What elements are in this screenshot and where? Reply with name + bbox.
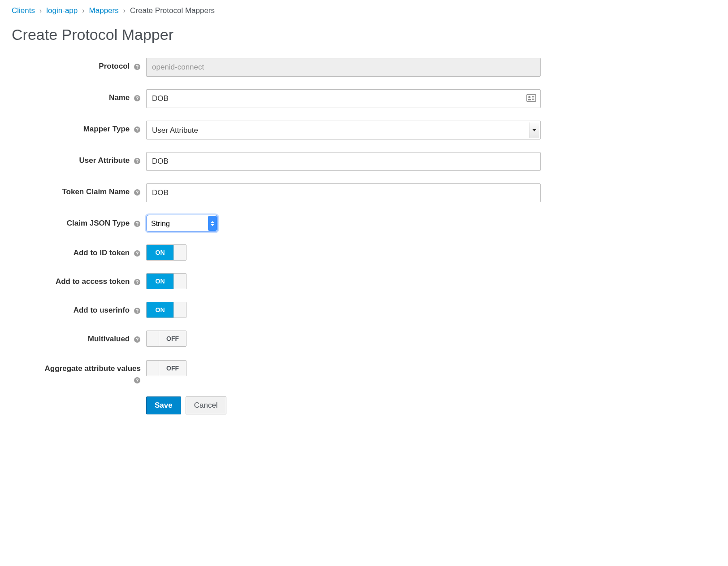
label-user-attribute: User Attribute ?	[12, 152, 146, 165]
help-icon[interactable]: ?	[134, 250, 141, 257]
svg-text:?: ?	[136, 378, 139, 383]
row-name: Name ?	[12, 89, 716, 108]
svg-text:?: ?	[136, 158, 139, 164]
label-name: Name ?	[12, 89, 146, 103]
save-button[interactable]: Save	[146, 396, 181, 414]
claim-json-type-select[interactable]: String	[146, 215, 218, 232]
label-add-to-id-token: Add to ID token ?	[12, 244, 146, 258]
chevron-right-icon: ›	[123, 7, 126, 15]
svg-text:?: ?	[136, 221, 139, 226]
name-input[interactable]	[146, 89, 541, 108]
add-to-id-token-toggle[interactable]: ON OFF	[146, 244, 186, 261]
multivalued-toggle[interactable]: ON OFF	[146, 331, 186, 347]
row-add-to-id-token: Add to ID token ? ON OFF	[12, 244, 716, 261]
chevron-right-icon: ›	[82, 7, 84, 15]
help-icon[interactable]: ?	[134, 95, 141, 102]
breadcrumb-login-app[interactable]: login-app	[46, 6, 78, 15]
svg-text:?: ?	[136, 96, 139, 101]
row-claim-json-type: Claim JSON Type ? String	[12, 215, 716, 232]
help-icon[interactable]: ?	[134, 220, 141, 227]
svg-text:?: ?	[136, 279, 139, 285]
breadcrumb-mappers[interactable]: Mappers	[89, 6, 119, 15]
add-to-userinfo-toggle[interactable]: ON OFF	[146, 302, 186, 318]
row-user-attribute: User Attribute ?	[12, 152, 716, 171]
label-token-claim-name: Token Claim Name ?	[12, 183, 146, 197]
svg-text:?: ?	[136, 308, 139, 313]
add-to-access-token-toggle[interactable]: ON OFF	[146, 273, 186, 289]
help-icon[interactable]: ?	[134, 63, 141, 70]
help-icon[interactable]: ?	[134, 126, 141, 133]
page-title: Create Protocol Mapper	[12, 26, 716, 44]
help-icon[interactable]: ?	[134, 189, 141, 196]
breadcrumb-clients[interactable]: Clients	[12, 6, 35, 15]
mapper-type-select[interactable]: User Attribute	[146, 121, 541, 139]
svg-text:?: ?	[136, 64, 139, 70]
row-aggregate-attr: Aggregate attribute values ? ON OFF	[12, 360, 716, 384]
contact-card-icon	[526, 94, 536, 104]
svg-text:?: ?	[136, 190, 139, 195]
breadcrumb: Clients › login-app › Mappers › Create P…	[12, 6, 716, 15]
label-add-to-userinfo: Add to userinfo ?	[12, 302, 146, 315]
cancel-button[interactable]: Cancel	[186, 396, 226, 414]
protocol-input	[146, 58, 541, 77]
row-buttons: Save Cancel	[12, 396, 716, 414]
row-token-claim-name: Token Claim Name ?	[12, 183, 716, 202]
svg-text:?: ?	[136, 337, 139, 342]
label-claim-json-type: Claim JSON Type ?	[12, 215, 146, 228]
row-multivalued: Multivalued ? ON OFF	[12, 331, 716, 348]
svg-point-5	[529, 96, 531, 98]
help-icon[interactable]: ?	[134, 279, 141, 286]
row-add-to-access-token: Add to access token ? ON OFF	[12, 273, 716, 289]
row-add-to-userinfo: Add to userinfo ? ON OFF	[12, 302, 716, 318]
breadcrumb-current: Create Protocol Mappers	[130, 6, 215, 15]
help-icon[interactable]: ?	[134, 377, 141, 384]
aggregate-attr-toggle[interactable]: ON OFF	[146, 360, 186, 376]
user-attribute-input[interactable]	[146, 152, 541, 171]
chevron-right-icon: ›	[39, 7, 42, 15]
help-icon[interactable]: ?	[134, 336, 141, 343]
label-mapper-type: Mapper Type ?	[12, 121, 146, 134]
help-icon[interactable]: ?	[134, 157, 141, 165]
svg-text:?: ?	[136, 127, 139, 132]
row-protocol: Protocol ?	[12, 58, 716, 77]
label-multivalued: Multivalued ?	[12, 331, 146, 344]
token-claim-name-input[interactable]	[146, 183, 541, 202]
label-aggregate-attr: Aggregate attribute values ?	[12, 360, 146, 384]
row-mapper-type: Mapper Type ? User Attribute	[12, 121, 716, 139]
label-add-to-access-token: Add to access token ?	[12, 273, 146, 287]
label-protocol: Protocol ?	[12, 58, 146, 71]
svg-text:?: ?	[136, 251, 139, 256]
help-icon[interactable]: ?	[134, 307, 141, 314]
